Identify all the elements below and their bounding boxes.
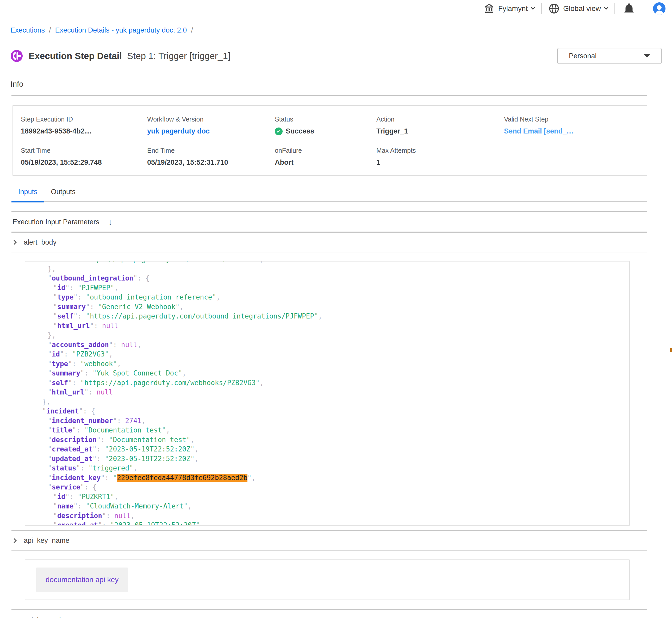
- field-empty: [504, 147, 647, 167]
- chevron-down-icon: [604, 5, 608, 10]
- field-label: Status: [275, 115, 376, 123]
- field-value: Trigger_1: [376, 127, 504, 135]
- field-value: Abort: [275, 159, 376, 167]
- field-value: 1: [376, 159, 504, 167]
- execution-input-parameters-header[interactable]: Execution Input Parameters ↓: [0, 212, 672, 232]
- download-arrow-icon[interactable]: ↓: [108, 217, 112, 227]
- param-name: api_key_name: [24, 536, 70, 545]
- section-divider: [11, 95, 647, 96]
- select-caret-icon: [644, 54, 650, 58]
- json-code-lines: "self": "https://api.pagerduty.com/servi…: [25, 261, 629, 526]
- api-key-name-chip[interactable]: documentation api key: [36, 568, 128, 592]
- scrollbar-search-marker: [670, 348, 672, 352]
- field-valid-next-step: Valid Next Step Send Email [send_…: [504, 115, 647, 135]
- view-switcher[interactable]: Global view: [549, 3, 608, 14]
- breadcrumb: Executions / Execution Details - yuk pag…: [10, 26, 672, 34]
- view-name: Global view: [563, 4, 601, 13]
- param-name: api_key_value: [24, 616, 69, 618]
- chevron-right-icon[interactable]: [12, 538, 16, 543]
- field-value: 05/19/2023, 15:52:29.748: [21, 159, 147, 167]
- user-avatar[interactable]: [653, 2, 666, 15]
- tab-outputs[interactable]: Outputs: [44, 188, 83, 201]
- organization-icon: [484, 3, 495, 14]
- field-status: Status ✓ Success: [275, 115, 376, 135]
- next-step-link[interactable]: Send Email [send_…: [504, 127, 647, 135]
- field-workflow-version: Workflow & Version yuk pagerduty doc: [147, 115, 275, 135]
- field-start-time: Start Time 05/19/2023, 15:52:29.748: [21, 147, 147, 167]
- field-label: Workflow & Version: [147, 115, 275, 123]
- chevron-right-icon[interactable]: [12, 240, 16, 244]
- field-label: Step Execution ID: [21, 115, 147, 123]
- row-divider: [11, 252, 647, 252]
- breadcrumb-separator: /: [49, 26, 51, 34]
- field-value: 18992a43-9538-4b2…: [21, 127, 147, 135]
- field-end-time: End Time 05/19/2023, 15:52:31.710: [147, 147, 275, 167]
- success-check-icon: ✓: [275, 127, 282, 135]
- header-divider: [541, 3, 542, 14]
- page-title: Execution Step Detail: [29, 51, 122, 61]
- page-subtitle: Step 1: Trigger [trigger_1]: [127, 51, 231, 61]
- execution-input-parameters-label: Execution Input Parameters: [12, 218, 99, 226]
- field-label: Start Time: [21, 147, 147, 154]
- org-name: Fylamynt: [498, 4, 528, 13]
- field-label: Max Attempts: [376, 147, 504, 154]
- breadcrumb-link-executions[interactable]: Executions: [10, 26, 45, 34]
- info-heading: Info: [10, 80, 662, 89]
- top-header-bar: Fylamynt Global view: [0, 0, 672, 23]
- param-row-api-key-value[interactable]: api_key_value: [0, 610, 672, 618]
- field-label: onFailure: [275, 147, 376, 154]
- scope-select[interactable]: Personal: [558, 48, 662, 64]
- field-onfailure: onFailure Abort: [275, 147, 376, 167]
- api-key-name-value-box: documentation api key: [25, 559, 630, 600]
- tab-inputs[interactable]: Inputs: [11, 188, 44, 201]
- header-divider: [614, 3, 615, 14]
- field-label: End Time: [147, 147, 275, 154]
- param-row-alert-body[interactable]: alert_body: [0, 233, 672, 252]
- param-name: alert_body: [24, 238, 57, 246]
- field-label: Action: [376, 115, 504, 123]
- breadcrumb-separator: /: [191, 26, 193, 34]
- page-title-row: Execution Step Detail Step 1: Trigger [t…: [10, 48, 662, 64]
- globe-icon: [549, 3, 560, 14]
- field-step-execution-id: Step Execution ID 18992a43-9538-4b2…: [21, 115, 147, 135]
- notifications-bell-icon[interactable]: [624, 3, 634, 14]
- io-tabs: Inputs Outputs: [11, 188, 647, 202]
- breadcrumb-link-execution-details[interactable]: Execution Details - yuk pagerduty doc: 2…: [55, 26, 187, 34]
- execution-step-icon: [10, 50, 23, 62]
- workflow-link[interactable]: yuk pagerduty doc: [147, 127, 275, 135]
- param-row-api-key-name[interactable]: api_key_name: [0, 531, 672, 550]
- org-switcher[interactable]: Fylamynt: [484, 3, 535, 14]
- scope-select-value: Personal: [569, 52, 644, 60]
- field-value: 05/19/2023, 15:52:31.710: [147, 159, 275, 167]
- info-card: Step Execution ID 18992a43-9538-4b2… Wor…: [12, 105, 647, 176]
- status-badge: Success: [286, 127, 314, 135]
- chevron-down-icon: [531, 5, 535, 10]
- alert-body-json-viewer[interactable]: "self": "https://api.pagerduty.com/servi…: [25, 261, 630, 526]
- field-max-attempts: Max Attempts 1: [376, 147, 504, 167]
- field-label: Valid Next Step: [504, 115, 647, 123]
- row-divider: [11, 550, 647, 550]
- field-action: Action Trigger_1: [376, 115, 504, 135]
